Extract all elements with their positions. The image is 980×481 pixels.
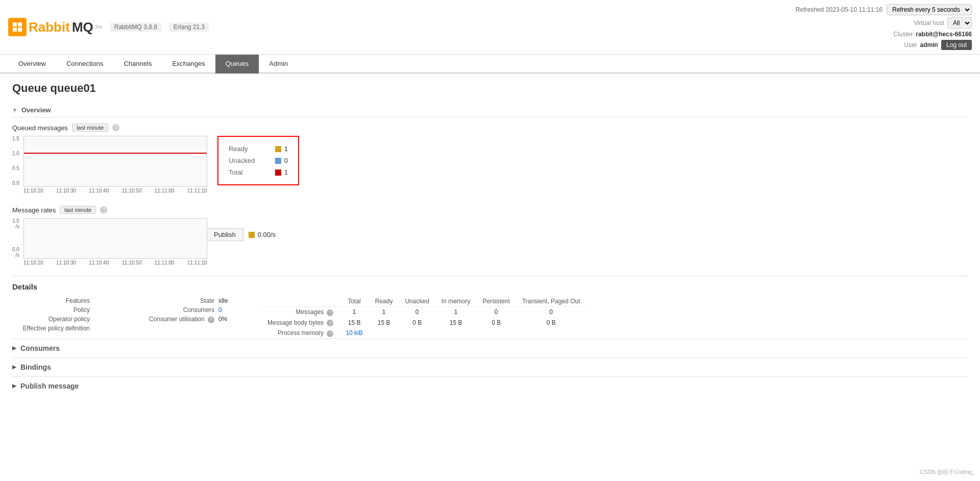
queued-messages-chart-area: 1.5 1.0 0.5 0.0 11:10:20 11:10:30 <box>12 136 968 194</box>
logo-mq: MQ <box>72 19 93 35</box>
stats-table: Total Ready Unacked In memory Persistent… <box>261 296 586 339</box>
nav-channels[interactable]: Channels <box>113 55 162 74</box>
ready-value: 1 <box>275 145 288 153</box>
total-label: Total <box>229 169 242 176</box>
messages-ready: 1 <box>369 307 399 318</box>
total-dot <box>275 170 281 176</box>
rate-y-labels: 1.0 /s 0.0 /s <box>12 218 21 259</box>
stats-box: Ready 1 Unacked 0 Total <box>217 136 299 185</box>
body-bytes-total: 15 B <box>339 318 369 328</box>
logo-area: RabbitMQTM RabbitMQ 3.8.8 Erlang 21.3 <box>8 18 796 36</box>
stats-total-row: Total 1 <box>229 166 288 178</box>
process-memory-row: Process memory ? 10 kiB <box>261 328 586 339</box>
cluster-value: rabbit@hecs-66166 <box>916 31 972 38</box>
pm-6 <box>516 328 586 339</box>
nav-overview[interactable]: Overview <box>8 55 56 74</box>
ready-num: 1 <box>284 145 288 153</box>
bindings-section-label: Bindings <box>20 363 51 371</box>
publish-message-section[interactable]: ▶ Publish message <box>12 376 968 395</box>
x-label-5: 11:11:10 <box>187 188 207 194</box>
rate-chart-box: 1.0 /s 0.0 /s 11:10:20 11:10:30 11:10:40… <box>12 218 196 266</box>
body-bytes-help[interactable]: ? <box>327 320 333 326</box>
queued-messages-label: Queued messages <box>12 124 68 132</box>
vhost-row: Virtual host All <box>914 17 972 29</box>
details-left-block: Features Policy Operator policy Effectiv… <box>12 296 125 339</box>
consumer-util-label-text: Consumer utilisation <box>149 316 205 323</box>
messages-inmemory: 1 <box>435 307 477 318</box>
consumer-util-help[interactable]: ? <box>208 317 214 323</box>
body-bytes-inmemory: 15 B <box>435 318 477 328</box>
th-transient: Transient, Paged Out <box>516 296 586 307</box>
rate-y-bottom: 0.0 /s <box>12 247 19 258</box>
x-label-4: 11:11:00 <box>155 188 175 194</box>
queued-messages-chart <box>23 136 207 187</box>
details-heading: Details <box>12 282 968 291</box>
chart-line <box>24 153 207 154</box>
message-rates-section: Message rates last minute ? 1.0 /s 0.0 /… <box>12 206 968 266</box>
rx-0: 11:10:20 <box>23 260 43 266</box>
consumers-section[interactable]: ▶ Consumers <box>12 339 968 357</box>
messages-persistent: 0 <box>477 307 516 318</box>
stats-unacked-row: Unacked 0 <box>229 155 288 166</box>
process-memory-value: 10 kiB <box>339 328 369 339</box>
consumer-util-label: Consumer utilisation ? <box>137 316 218 323</box>
page-title: Queue queue01 <box>12 82 968 95</box>
version-rabbitmq: RabbitMQ 3.8.8 <box>110 22 161 32</box>
nav-queues[interactable]: Queues <box>215 55 259 74</box>
nav-connections[interactable]: Connections <box>56 55 113 74</box>
chart-y-labels: 1.5 1.0 0.5 0.0 <box>12 136 21 187</box>
operator-policy-row: Operator policy <box>12 315 125 324</box>
queued-messages-help[interactable]: ? <box>112 124 119 131</box>
vhost-select[interactable]: All <box>947 17 972 29</box>
nav-exchanges[interactable]: Exchanges <box>162 55 215 74</box>
publish-rate-value: 0.00/s <box>249 231 276 238</box>
publish-button[interactable]: Publish <box>206 228 243 241</box>
bindings-arrow: ▶ <box>12 364 16 370</box>
messages-help[interactable]: ? <box>327 309 333 316</box>
refresh-select[interactable]: Refresh every 5 seconds <box>887 4 972 15</box>
queued-messages-label-row: Queued messages last minute ? <box>12 124 968 132</box>
logo-tm: TM <box>95 25 102 30</box>
publish-rate-info: Publish 0.00/s <box>206 218 276 241</box>
features-row: Features <box>12 296 125 305</box>
chart-x-labels: 11:10:20 11:10:30 11:10:40 11:10:50 11:1… <box>23 188 207 194</box>
consumers-row: Consumers 0 <box>137 305 249 315</box>
th-inmemory: In memory <box>435 296 477 307</box>
content: Queue queue01 ▼ Overview Queued messages… <box>0 74 980 403</box>
message-rates-label-row: Message rates last minute ? <box>12 206 968 214</box>
overview-arrow: ▼ <box>12 107 17 113</box>
state-value: idle <box>218 297 228 304</box>
logout-button[interactable]: Log out <box>941 40 972 50</box>
publish-rate-text: 0.00/s <box>258 231 276 238</box>
th-persistent: Persistent <box>477 296 516 307</box>
th-ready: Ready <box>369 296 399 307</box>
publish-dot <box>249 232 255 238</box>
consumers-label: Consumers <box>137 306 218 314</box>
rate-y-top: 1.0 /s <box>12 218 19 229</box>
process-memory-help[interactable]: ? <box>327 330 333 337</box>
state-row: State idle <box>137 296 249 305</box>
message-rates-label: Message rates <box>12 206 56 214</box>
body-bytes-row: Message body bytes ? 15 B 15 B 0 B 15 B … <box>261 318 586 328</box>
message-rates-tag: last minute <box>60 206 96 214</box>
total-value: 1 <box>275 169 288 176</box>
effective-policy-label: Effective policy definition <box>12 325 94 332</box>
consumer-util-row: Consumer utilisation ? 0% <box>137 315 249 324</box>
bindings-section[interactable]: ▶ Bindings <box>12 357 968 376</box>
y-label-0: 1.5 <box>12 136 19 141</box>
features-label: Features <box>12 297 94 304</box>
rx-5: 11:11:10 <box>187 260 207 266</box>
messages-transient: 0 <box>516 307 586 318</box>
nav-admin[interactable]: Admin <box>259 55 298 74</box>
overview-header[interactable]: ▼ Overview <box>12 103 968 117</box>
details-section: Details Features Policy Operator policy … <box>12 276 968 339</box>
message-rates-help[interactable]: ? <box>100 206 107 213</box>
rates-row: 1.0 /s 0.0 /s 11:10:20 11:10:30 11:10:40… <box>12 218 968 266</box>
header: RabbitMQTM RabbitMQ 3.8.8 Erlang 21.3 Re… <box>0 0 980 55</box>
pm-2 <box>369 328 399 339</box>
cluster-label: Cluster <box>893 31 913 38</box>
queued-messages-tag: last minute <box>72 124 108 132</box>
messages-row: Messages ? 1 1 0 1 0 0 <box>261 307 586 318</box>
vhost-label: Virtual host <box>914 19 944 27</box>
th-total: Total <box>339 296 369 307</box>
